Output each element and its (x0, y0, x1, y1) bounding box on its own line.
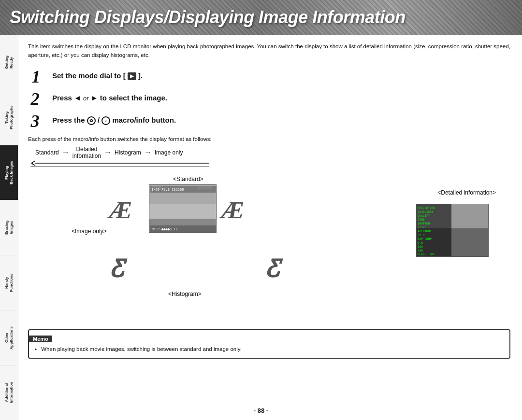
label-detailed-information: <Detailed information> (437, 189, 496, 196)
flow-label-detailed: Detailedinformation (72, 146, 101, 160)
step-1-text: Set the mode dial to [ ▶ ]. (52, 68, 143, 81)
svg-text:2048x1536: 2048x1536 (418, 210, 434, 213)
svg-text:1: 1 (31, 67, 40, 84)
svg-text:3M  P  ●●●●○  12: 3M P ●●●●○ 12 (151, 227, 178, 231)
sidebar-item-erasing-images[interactable]: ErasingImages (0, 200, 18, 255)
label-image-only: <Image only> (72, 228, 107, 235)
camera-icon-left-bottom: Ƹ (109, 257, 123, 281)
camera-icon-right-top: Æ (221, 198, 244, 222)
step-3: 3 Press the ✿ / i macro/info button. (28, 112, 510, 130)
step-1: 1 Set the mode dial to [ ▶ ]. (28, 68, 510, 86)
svg-text:APERTURE: APERTURE (418, 229, 432, 233)
sidebar-item-playing-back-images[interactable]: PlayingBack Images (0, 145, 18, 200)
display-standard: 1/60 F2.8 ISO100 3M P ●●●●○ 12 (149, 184, 217, 233)
svg-text:100: 100 (418, 249, 423, 252)
flow-section: Each press of the macro/info button swit… (28, 136, 510, 169)
page-title: Switching Displays/Displaying Image Info… (10, 7, 406, 28)
step-3-text: Press the ✿ / i macro/info button. (52, 112, 176, 125)
svg-text:ISO: ISO (418, 245, 423, 248)
svg-text:EXP COMP: EXP COMP (418, 237, 432, 240)
flow-label-image-only: Image only (155, 149, 183, 156)
sidebar-item-taking-photographs[interactable]: TakingPhotographs (0, 90, 18, 145)
display-detailed: RESOLUTION 2048x1536 QUALITY FINE SHUTTE… (416, 204, 489, 257)
label-histogram: <Histogram> (168, 291, 202, 297)
or-label: or (83, 95, 89, 102)
flow-diagram: Standard → Detailedinformation → Histogr… (30, 146, 510, 160)
sidebar: GettingReady TakingPhotographs PlayingBa… (0, 35, 18, 420)
camera-icon-right-bottom: Ƹ (265, 257, 278, 281)
sidebar-item-other-applications[interactable]: OtherApplications (0, 310, 18, 365)
flow-label-standard: Standard (35, 149, 59, 156)
svg-text:FLASH: OFF: FLASH: OFF (418, 252, 435, 256)
screen-sky-image: 1/60 F2.8 ISO100 3M P ●●●●○ 12 (149, 185, 216, 232)
camera-icon-left-top: Æ (109, 198, 132, 222)
step-3-number: 3 (28, 110, 48, 130)
page-number: - 88 - (254, 407, 268, 414)
flow-label-histogram: Histogram (115, 149, 141, 156)
svg-text:F2.8: F2.8 (418, 233, 425, 237)
flow-description: Each press of the macro/info button swit… (28, 136, 510, 142)
sidebar-item-getting-ready[interactable]: GettingReady (0, 35, 18, 90)
step-2-text: Press ◄ or ► to select the image. (52, 90, 167, 103)
sidebar-item-additional-information[interactable]: AdditionalInformation (0, 365, 18, 420)
svg-text:3: 3 (30, 111, 39, 129)
step-1-number: 1 (28, 66, 48, 86)
step-2-number: 2 (28, 88, 48, 108)
svg-text:1/125: 1/125 (418, 225, 426, 229)
memo-header: Memo (29, 336, 52, 342)
memo-text: • When playing back movie images, switch… (35, 345, 504, 353)
images-area: <Standard> 1/60 F2.8 ISO100 3M P ●●●●○ 1… (28, 175, 510, 324)
svg-rect-5 (149, 204, 217, 219)
svg-text:1/60  F2.8  ISO100: 1/60 F2.8 ISO100 (151, 188, 184, 192)
intro-paragraph: This item switches the display on the LC… (28, 42, 510, 60)
sidebar-item-handy-functions[interactable]: HandyFunctions (0, 255, 18, 310)
svg-text:SHUTTER: SHUTTER (418, 222, 430, 225)
svg-text:QUALITY: QUALITY (418, 214, 430, 217)
page-header: Switching Displays/Displaying Image Info… (0, 0, 522, 35)
memo-item-1: When playing back movie images, switchin… (41, 346, 242, 352)
memo-box: Memo • When playing back movie images, s… (28, 329, 510, 358)
svg-text:FINE: FINE (418, 218, 425, 221)
flow-arrow-2: → (104, 148, 112, 157)
memo-bullet: • (35, 346, 37, 352)
step-2: 2 Press ◄ or ► to select the image. (28, 90, 510, 108)
svg-text:RESOLUTION: RESOLUTION (418, 206, 435, 210)
svg-text:2: 2 (30, 89, 39, 107)
main-content: This item switches the display on the LC… (18, 35, 522, 420)
flow-arrow-1: → (62, 148, 70, 157)
flow-arrow-3: → (144, 148, 152, 157)
svg-text:0.0: 0.0 (418, 241, 423, 244)
label-standard: <Standard> (173, 176, 203, 182)
screen-detailed-image: RESOLUTION 2048x1536 QUALITY FINE SHUTTE… (417, 204, 488, 256)
